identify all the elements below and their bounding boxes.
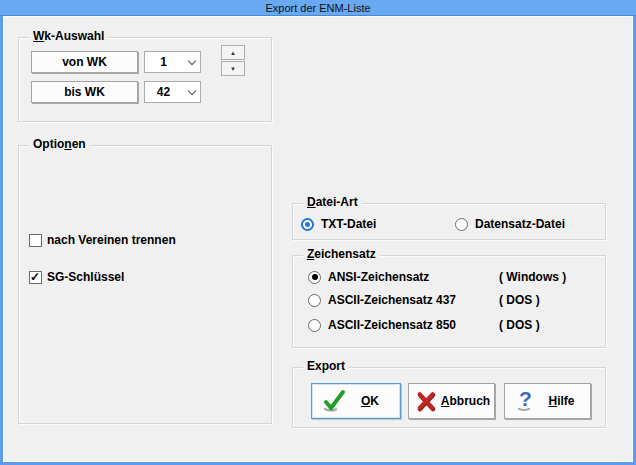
bis-wk-button[interactable]: bis WK [31, 81, 138, 103]
radio-label: ASCII-Zeichensatz 437 [328, 293, 456, 307]
radio-note-dos-850: ( DOS ) [499, 318, 540, 332]
question-icon: ? [513, 387, 541, 415]
abbruch-button-label: Abbruch [441, 394, 490, 408]
dialog-client-area: Wk-Auswahl von WK 1 ▲ ▼ bis WK 42 Option [3, 16, 633, 462]
spinner-down-icon[interactable]: ▼ [221, 61, 245, 76]
ok-button-label: OK [348, 394, 392, 408]
radio-button[interactable] [455, 218, 468, 231]
abbruch-button[interactable]: Abbruch [408, 383, 495, 419]
cross-icon [413, 387, 441, 415]
radio-ascii-850[interactable]: ASCII-Zeichensatz 850 [308, 318, 456, 332]
title-bar[interactable]: Export der ENM-Liste [0, 0, 636, 16]
svg-text:?: ? [519, 388, 532, 410]
radio-label: ANSI-Zeichensatz [328, 270, 429, 284]
radio-button[interactable] [301, 218, 314, 231]
von-wk-value: 1 [145, 55, 184, 69]
window-title: Export der ENM-Liste [265, 2, 370, 14]
radio-label: ASCII-Zeichensatz 850 [328, 318, 456, 332]
check-icon [320, 387, 348, 415]
von-wk-combobox[interactable]: 1 [144, 51, 201, 73]
group-datei-art: Datei-Art TXT-Datei Datensatz-Datei [292, 203, 606, 240]
chevron-down-icon[interactable] [184, 61, 200, 64]
group-wk-auswahl: Wk-Auswahl von WK 1 ▲ ▼ bis WK 42 [18, 37, 272, 122]
radio-note-windows: ( Windows ) [499, 270, 566, 284]
radio-button[interactable] [308, 271, 321, 284]
ok-button[interactable]: OK [311, 383, 401, 419]
group-export-label: Export [303, 359, 349, 374]
radio-label: Datensatz-Datei [475, 217, 565, 231]
radio-ascii-437[interactable]: ASCII-Zeichensatz 437 [308, 293, 456, 307]
checkbox-sg-schluessel[interactable]: ✓ SG-Schlüssel [29, 270, 124, 284]
hilfe-button-label: Hilfe [541, 394, 582, 408]
checkbox-box[interactable]: ✓ [29, 271, 42, 284]
checkbox-nach-vereinen[interactable]: ✓ nach Vereinen trennen [29, 233, 176, 247]
radio-button[interactable] [308, 294, 321, 307]
group-datei-art-label: Datei-Art [303, 195, 362, 210]
group-export: Export OK Abbruch [292, 367, 606, 428]
bis-wk-button-label: bis WK [64, 85, 105, 99]
group-wk-auswahl-label: Wk-Auswahl [29, 29, 108, 44]
radio-datensatz-datei[interactable]: Datensatz-Datei [455, 217, 565, 231]
radio-note-dos-437: ( DOS ) [499, 293, 540, 307]
radio-button[interactable] [308, 319, 321, 332]
dialog-window: Export der ENM-Liste Wk-Auswahl von WK 1… [0, 0, 636, 465]
group-optionen-label: Optionen [29, 137, 90, 152]
checkbox-label: nach Vereinen trennen [47, 233, 176, 247]
bis-wk-combobox[interactable]: 42 [144, 81, 201, 103]
radio-txt-datei[interactable]: TXT-Datei [301, 217, 376, 231]
von-wk-button-label: von WK [62, 55, 107, 69]
radio-ansi-zeichensatz[interactable]: ANSI-Zeichensatz [308, 270, 429, 284]
bis-wk-value: 42 [145, 85, 184, 99]
chevron-down-icon[interactable] [184, 91, 200, 94]
spinner-up-icon[interactable]: ▲ [221, 45, 245, 60]
group-zeichensatz-label: Zeichensatz [303, 247, 380, 262]
hilfe-button[interactable]: ? Hilfe [504, 383, 591, 419]
group-optionen: Optionen ✓ nach Vereinen trennen ✓ SG-Sc… [18, 145, 272, 424]
group-zeichensatz: Zeichensatz ANSI-Zeichensatz ( Windows )… [292, 255, 606, 348]
checkbox-label: SG-Schlüssel [47, 270, 124, 284]
von-wk-button[interactable]: von WK [31, 51, 138, 73]
wk-spinner: ▲ ▼ [221, 45, 245, 76]
checkbox-box[interactable]: ✓ [29, 234, 42, 247]
radio-label: TXT-Datei [321, 217, 376, 231]
